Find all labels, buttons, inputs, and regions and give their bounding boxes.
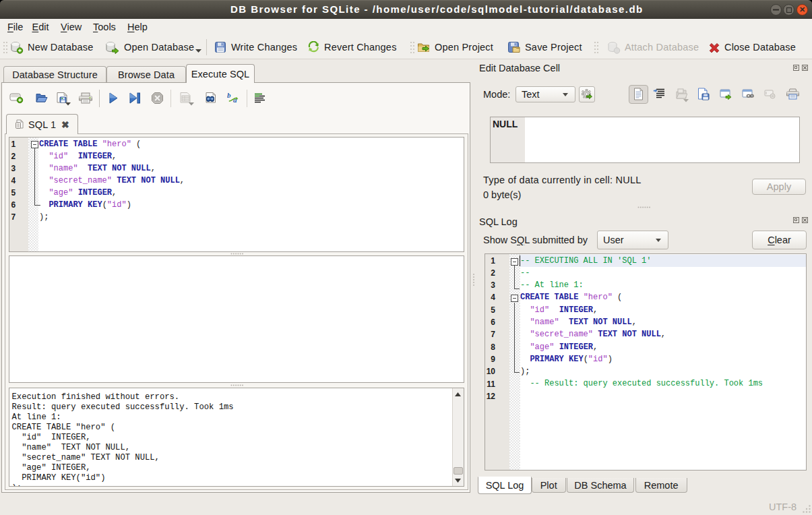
svg-text:b: b [227,92,231,99]
svg-text:a: a [233,96,237,104]
